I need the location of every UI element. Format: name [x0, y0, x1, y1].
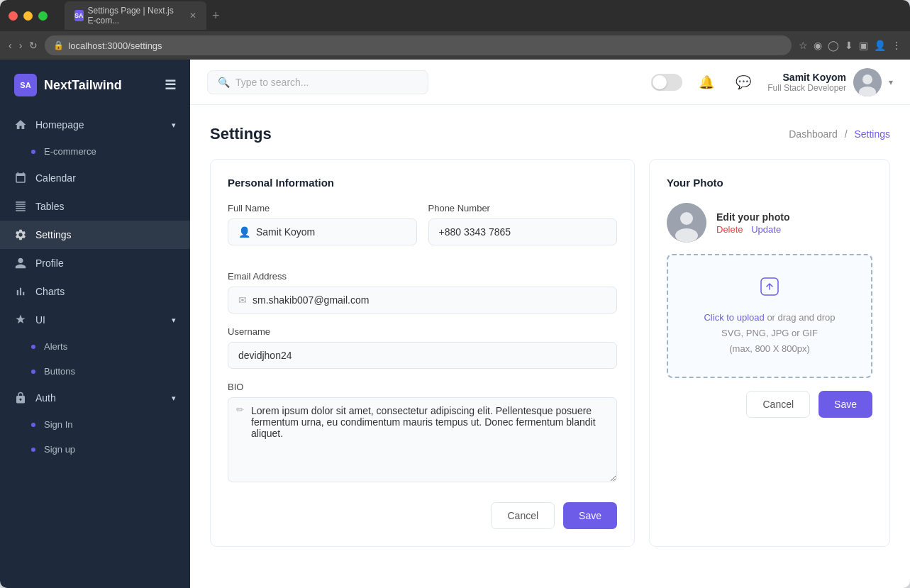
edit-actions: Delete Update	[716, 224, 789, 235]
sidebar-item-buttons[interactable]: Buttons	[0, 359, 190, 384]
sidebar-item-tables[interactable]: Tables	[0, 192, 190, 221]
sidebar-item-signin[interactable]: Sign In	[0, 412, 190, 437]
email-input[interactable]	[253, 294, 606, 306]
tab-close-button[interactable]: ✕	[189, 11, 196, 21]
sidebar-item-ui[interactable]: UI ▾	[0, 306, 190, 334]
browser-tab[interactable]: SA Settings Page | Next.js E-com... ✕	[65, 1, 206, 30]
user-icon[interactable]: 👤	[874, 40, 886, 51]
extension-icon[interactable]: ◉	[814, 40, 822, 51]
avatar[interactable]	[853, 68, 882, 96]
edit-photo-title: Edit your photo	[716, 211, 789, 223]
avatar-photo	[667, 203, 706, 243]
email-input-wrapper[interactable]: ✉	[228, 287, 617, 314]
sidebar-logo: SA NextTailwind ☰	[0, 60, 190, 111]
search-bar[interactable]: 🔍 Type to search...	[207, 70, 428, 94]
upload-size: (max, 800 X 800px)	[682, 341, 857, 357]
profile-icon[interactable]: ◯	[828, 40, 839, 51]
content-grid: Personal Information Full Name 👤	[210, 159, 890, 547]
search-icon: 🔍	[218, 77, 230, 88]
breadcrumb-sep: /	[845, 128, 848, 140]
cancel-button[interactable]: Cancel	[491, 502, 555, 529]
back-button[interactable]: ‹	[9, 40, 12, 51]
sidebar-item-auth[interactable]: Auth ▾	[0, 384, 190, 412]
upload-zone[interactable]: Click to upload or drag and drop SVG, PN…	[667, 254, 872, 378]
email-label: Email Address	[228, 271, 617, 282]
bio-textarea[interactable]: Lorem ipsum dolor sit amet, consectetur …	[228, 397, 617, 482]
sidebar-item-charts[interactable]: Charts	[0, 277, 190, 306]
sidebar-item-ecommerce[interactable]: E-commerce	[0, 139, 190, 164]
ui-icon	[14, 314, 27, 326]
update-photo-button[interactable]: Update	[751, 224, 781, 235]
sidebar-item-alerts[interactable]: Alerts	[0, 334, 190, 359]
forward-button[interactable]: ›	[19, 40, 23, 51]
photo-card: Your Photo Edi	[649, 159, 890, 547]
sidebar: SA NextTailwind ☰ Homepage ▾ E-commerce …	[0, 60, 190, 588]
delete-photo-button[interactable]: Delete	[716, 224, 743, 235]
top-header: 🔍 Type to search... 🔔 💬	[190, 60, 910, 105]
tab-bar: SA Settings Page | Next.js E-com... ✕ +	[65, 1, 901, 30]
url-text: localhost:3000/settings	[68, 40, 162, 51]
more-icon[interactable]: ⋮	[892, 40, 901, 51]
sidebar-label-auth: Auth	[35, 392, 56, 404]
chat-button[interactable]: 💬	[731, 70, 756, 95]
calendar-icon	[14, 172, 27, 184]
user-role: Full Stack Developer	[767, 83, 846, 93]
sidebar-label-buttons: Buttons	[44, 366, 75, 377]
bookmark-icon[interactable]: ☆	[799, 40, 808, 51]
auth-icon	[14, 392, 27, 404]
breadcrumb-base: Dashboard	[789, 128, 838, 140]
sidebar-label-alerts: Alerts	[44, 341, 67, 352]
breadcrumb-current: Settings	[854, 128, 890, 140]
sidebar-label-tables: Tables	[35, 201, 64, 212]
full-name-input-wrapper[interactable]: 👤	[228, 218, 417, 245]
tab-title: Settings Page | Next.js E-com...	[88, 6, 179, 26]
reload-button[interactable]: ↻	[29, 40, 38, 51]
sidebar-label-signup: Sign up	[44, 444, 75, 455]
notification-button[interactable]: 🔔	[694, 70, 719, 95]
sidebar-item-signup[interactable]: Sign up	[0, 437, 190, 462]
full-name-input[interactable]	[256, 226, 406, 238]
sidebar-item-profile[interactable]: Profile	[0, 249, 190, 277]
auth-chevron-icon: ▾	[172, 394, 176, 403]
new-tab-button[interactable]: +	[212, 9, 220, 23]
phone-input[interactable]	[439, 226, 607, 238]
breadcrumb: Dashboard / Settings	[789, 128, 890, 140]
sidebar-label-calendar: Calendar	[35, 172, 76, 184]
username-input[interactable]	[238, 350, 606, 361]
phone-group: Phone Number	[428, 203, 618, 245]
sidebar-item-settings[interactable]: Settings	[0, 221, 190, 249]
photo-edit-info: Edit your photo Delete Update	[716, 211, 789, 235]
close-dot[interactable]	[9, 11, 18, 21]
sidebar-item-homepage[interactable]: Homepage ▾	[0, 111, 190, 139]
nav-icons: ☆ ◉ ◯ ⬇ ▣ 👤 ⋮	[799, 40, 901, 51]
search-placeholder: Type to search...	[235, 77, 309, 88]
maximize-dot[interactable]	[38, 11, 48, 21]
name-phone-row: Full Name 👤 Phone Number	[228, 203, 617, 258]
sidebar-item-calendar[interactable]: Calendar	[0, 164, 190, 192]
settings-icon	[14, 228, 27, 241]
photo-save-button[interactable]: Save	[819, 391, 872, 418]
phone-input-wrapper[interactable]	[428, 218, 618, 245]
home-icon	[14, 118, 27, 131]
personal-info-title: Personal Information	[228, 177, 617, 189]
sidebar-label-charts: Charts	[35, 286, 65, 297]
hamburger-icon[interactable]: ☰	[165, 77, 176, 93]
save-button[interactable]: Save	[563, 502, 617, 529]
username-group: Username	[228, 326, 617, 369]
username-input-wrapper[interactable]	[228, 342, 617, 369]
url-bar[interactable]: 🔒 localhost:3000/settings	[45, 35, 792, 55]
lock-icon: 🔒	[53, 40, 64, 50]
page-title: Settings	[210, 125, 272, 143]
email-icon: ✉	[238, 294, 247, 306]
download-icon[interactable]: ⬇	[845, 40, 853, 51]
layout-icon[interactable]: ▣	[859, 40, 868, 51]
theme-toggle[interactable]	[651, 74, 682, 91]
avatar-image	[853, 68, 882, 96]
photo-cancel-button[interactable]: Cancel	[746, 391, 810, 418]
svg-point-4	[680, 212, 693, 225]
upload-click-link[interactable]: Click to upload	[704, 312, 764, 323]
sidebar-label-ui: UI	[35, 314, 45, 326]
minimize-dot[interactable]	[23, 11, 33, 21]
app-layout: SA NextTailwind ☰ Homepage ▾ E-commerce …	[0, 60, 910, 588]
user-chevron-icon[interactable]: ▾	[889, 77, 893, 87]
